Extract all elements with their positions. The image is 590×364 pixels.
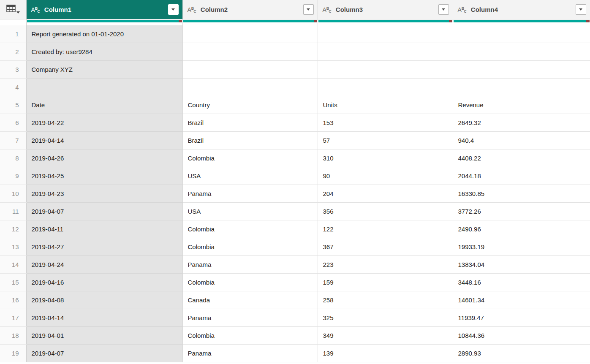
cell[interactable]: 2490.96: [453, 220, 590, 238]
cell[interactable]: Panama: [182, 185, 318, 203]
cell[interactable]: Units: [318, 96, 453, 114]
cell[interactable]: 367: [318, 238, 453, 256]
cell[interactable]: 325: [318, 309, 453, 327]
cell[interactable]: 4408.22: [453, 149, 590, 167]
filter-dropdown-button[interactable]: [303, 4, 314, 15]
cell[interactable]: 16330.85: [453, 185, 590, 203]
row-number[interactable]: 1: [0, 25, 26, 43]
cell[interactable]: USA: [182, 203, 318, 220]
cell[interactable]: Panama: [182, 345, 318, 362]
text-data-type-icon[interactable]: ABC: [188, 6, 197, 13]
cell[interactable]: 2019-04-27: [26, 238, 182, 256]
cell[interactable]: 2019-04-14: [26, 309, 182, 327]
cell[interactable]: 356: [318, 203, 453, 220]
cell[interactable]: [453, 79, 590, 96]
cell[interactable]: 2019-04-11: [26, 220, 182, 238]
row-number[interactable]: 11: [0, 203, 26, 220]
row-number[interactable]: 13: [0, 238, 26, 256]
cell[interactable]: 14601.34: [453, 291, 590, 309]
cell[interactable]: 3772.26: [453, 203, 590, 220]
cell[interactable]: 11939.47: [453, 309, 590, 327]
cell[interactable]: 2019-04-07: [26, 345, 182, 362]
cell[interactable]: [318, 61, 453, 79]
row-number[interactable]: 10: [0, 185, 26, 203]
filter-dropdown-button[interactable]: [438, 4, 449, 15]
row-number[interactable]: 18: [0, 327, 26, 345]
cell[interactable]: Brazil: [182, 114, 318, 132]
cell[interactable]: 2890.93: [453, 345, 590, 362]
cell[interactable]: 2019-04-16: [26, 274, 182, 291]
cell[interactable]: [318, 43, 453, 61]
filter-dropdown-button[interactable]: [168, 4, 179, 15]
row-number[interactable]: 7: [0, 132, 26, 149]
column-header-column2[interactable]: ABCColumn2: [182, 0, 318, 19]
cell[interactable]: [453, 25, 590, 43]
cell[interactable]: USA: [182, 167, 318, 185]
cell[interactable]: Canada: [182, 291, 318, 309]
cell[interactable]: 122: [318, 220, 453, 238]
row-number[interactable]: 9: [0, 167, 26, 185]
cell[interactable]: 2019-04-25: [26, 167, 182, 185]
filter-dropdown-button[interactable]: [576, 4, 586, 15]
row-number[interactable]: 14: [0, 256, 26, 274]
cell[interactable]: 310: [318, 149, 453, 167]
row-number[interactable]: 4: [0, 79, 26, 96]
cell[interactable]: Colombia: [182, 149, 318, 167]
cell[interactable]: 19933.19: [453, 238, 590, 256]
cell[interactable]: 204: [318, 185, 453, 203]
row-number[interactable]: 19: [0, 345, 26, 362]
row-number[interactable]: 3: [0, 61, 26, 79]
row-number[interactable]: 16: [0, 291, 26, 309]
cell[interactable]: 153: [318, 114, 453, 132]
cell[interactable]: [182, 61, 318, 79]
cell[interactable]: 139: [318, 345, 453, 362]
column-header-column1[interactable]: ABCColumn1: [26, 0, 182, 19]
row-number[interactable]: 5: [0, 96, 26, 114]
column-header-column4[interactable]: ABCColumn4: [453, 0, 590, 19]
cell[interactable]: Report generated on 01-01-2020: [26, 25, 182, 43]
cell[interactable]: 90: [318, 167, 453, 185]
cell[interactable]: 2019-04-24: [26, 256, 182, 274]
cell[interactable]: [318, 79, 453, 96]
cell[interactable]: [26, 79, 182, 96]
cell[interactable]: Revenue: [453, 96, 590, 114]
cell[interactable]: 159: [318, 274, 453, 291]
cell[interactable]: [453, 61, 590, 79]
row-number[interactable]: 15: [0, 274, 26, 291]
cell[interactable]: [453, 43, 590, 61]
cell[interactable]: 2019-04-23: [26, 185, 182, 203]
cell[interactable]: 2019-04-01: [26, 327, 182, 345]
cell[interactable]: Company XYZ: [26, 61, 182, 79]
cell[interactable]: [182, 43, 318, 61]
text-data-type-icon[interactable]: ABC: [323, 6, 332, 13]
cell[interactable]: Country: [182, 96, 318, 114]
text-data-type-icon[interactable]: ABC: [31, 6, 41, 13]
row-number[interactable]: 12: [0, 220, 26, 238]
cell[interactable]: [182, 79, 318, 96]
column-header-column3[interactable]: ABCColumn3: [318, 0, 453, 19]
cell[interactable]: Panama: [182, 256, 318, 274]
cell[interactable]: 2019-04-07: [26, 203, 182, 220]
cell[interactable]: 2019-04-26: [26, 149, 182, 167]
cell[interactable]: Panama: [182, 309, 318, 327]
row-number[interactable]: 17: [0, 309, 26, 327]
cell[interactable]: 940.4: [453, 132, 590, 149]
cell[interactable]: 2019-04-22: [26, 114, 182, 132]
cell[interactable]: 2044.18: [453, 167, 590, 185]
cell[interactable]: Brazil: [182, 132, 318, 149]
cell[interactable]: Colombia: [182, 238, 318, 256]
cell[interactable]: 223: [318, 256, 453, 274]
cell[interactable]: 349: [318, 327, 453, 345]
cell[interactable]: 57: [318, 132, 453, 149]
text-data-type-icon[interactable]: ABC: [458, 6, 467, 13]
cell[interactable]: [182, 25, 318, 43]
cell[interactable]: Colombia: [182, 274, 318, 291]
cell[interactable]: Date: [26, 96, 182, 114]
cell[interactable]: Colombia: [182, 327, 318, 345]
cell[interactable]: Colombia: [182, 220, 318, 238]
cell[interactable]: Created by: user9284: [26, 43, 182, 61]
cell[interactable]: 2649.32: [453, 114, 590, 132]
row-number[interactable]: 8: [0, 149, 26, 167]
row-number[interactable]: 2: [0, 43, 26, 61]
cell[interactable]: 13834.04: [453, 256, 590, 274]
